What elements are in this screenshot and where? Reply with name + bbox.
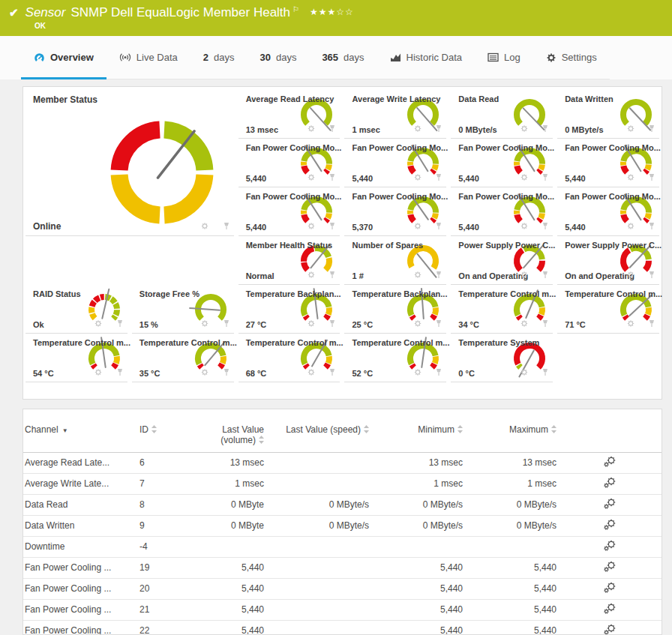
pin-icon[interactable] bbox=[648, 271, 656, 279]
edit-channel-gears-icon[interactable] bbox=[603, 456, 616, 468]
gear-icon[interactable] bbox=[627, 319, 645, 328]
edit-channel-gears-icon[interactable] bbox=[603, 519, 616, 531]
gauge-cell-average-write-latency[interactable]: Average Write Latency 1 msec bbox=[344, 90, 446, 139]
gauge-cell-temperature-control-m[interactable]: Temperature Control m... 71 °C bbox=[557, 285, 659, 334]
channel-name-cell[interactable]: Fan Power Cooling ... bbox=[23, 578, 138, 599]
sort-icon[interactable] bbox=[364, 425, 369, 436]
pin-icon[interactable] bbox=[116, 368, 124, 376]
pin-icon[interactable] bbox=[328, 124, 336, 133]
row-actions-cell[interactable] bbox=[558, 557, 662, 578]
edit-channel-gears-icon[interactable] bbox=[603, 624, 616, 635]
pin-icon[interactable] bbox=[648, 173, 656, 181]
pin-icon[interactable] bbox=[435, 319, 442, 328]
gear-icon[interactable] bbox=[308, 368, 326, 376]
gauge-cell-temperature-control-m[interactable]: Temperature Control m... 34 °C bbox=[451, 285, 553, 334]
channel-name-cell[interactable]: Data Read bbox=[23, 494, 138, 515]
column-header-maximum[interactable]: Maximum bbox=[464, 417, 558, 452]
gauge-cell-temperature-backplan[interactable]: Temperature Backplan... 25 °C bbox=[344, 285, 446, 334]
sort-icon[interactable] bbox=[458, 425, 463, 436]
gauge-cell-temperature-control-m[interactable]: Temperature Control m... 54 °C bbox=[26, 334, 128, 382]
gauge-cell-temperature-control-m[interactable]: Temperature Control m... 52 °C bbox=[344, 334, 446, 382]
gauge-cell-temperature-control-m[interactable]: Temperature Control m... 68 °C bbox=[238, 334, 340, 382]
gauge-cell-fan-power-cooling-mo[interactable]: Fan Power Cooling Mo... 5,440 bbox=[238, 139, 340, 187]
channel-name-cell[interactable]: Fan Power Cooling ... bbox=[23, 557, 138, 578]
gauge-cell-power-supply-power-c[interactable]: Power Supply Power C... On and Operating bbox=[451, 236, 553, 285]
sort-desc-icon[interactable]: ▼ bbox=[62, 427, 68, 434]
gear-icon[interactable] bbox=[308, 319, 326, 328]
gear-icon[interactable] bbox=[414, 319, 432, 328]
channel-name-cell[interactable]: Fan Power Cooling ... bbox=[23, 620, 138, 635]
row-actions-cell[interactable] bbox=[558, 494, 662, 515]
gear-icon[interactable] bbox=[414, 173, 432, 181]
gauge-cell-data-written[interactable]: Data Written 0 MByte/s bbox=[557, 90, 659, 139]
sort-icon[interactable] bbox=[551, 425, 556, 436]
pin-icon[interactable] bbox=[542, 368, 549, 376]
row-actions-cell[interactable] bbox=[558, 536, 662, 557]
gear-icon[interactable] bbox=[520, 319, 538, 328]
gauge-cell-fan-power-cooling-mo[interactable]: Fan Power Cooling Mo... 5,440 bbox=[451, 187, 553, 236]
gear-icon[interactable] bbox=[627, 222, 645, 230]
gear-icon[interactable] bbox=[201, 222, 219, 230]
tab-days[interactable]: 2days bbox=[190, 36, 248, 79]
pin-icon[interactable] bbox=[435, 222, 442, 230]
gear-icon[interactable] bbox=[520, 173, 538, 181]
gear-icon[interactable] bbox=[414, 124, 432, 133]
pin-icon[interactable] bbox=[223, 368, 230, 376]
pin-icon[interactable] bbox=[435, 271, 442, 279]
gear-icon[interactable] bbox=[627, 124, 645, 133]
row-actions-cell[interactable] bbox=[558, 578, 662, 599]
gear-icon[interactable] bbox=[520, 271, 538, 279]
pin-icon[interactable] bbox=[648, 319, 656, 328]
gear-icon[interactable] bbox=[520, 222, 538, 230]
gauge-cell-data-read[interactable]: Data Read 0 MByte/s bbox=[451, 90, 553, 139]
gauge-cell-raid-status[interactable]: RAID Status Ok bbox=[26, 285, 128, 334]
gauge-cell-fan-power-cooling-mo[interactable]: Fan Power Cooling Mo... 5,440 bbox=[344, 139, 446, 187]
gauge-cell-average-read-latency[interactable]: Average Read Latency 13 msec bbox=[238, 90, 340, 139]
pin-icon[interactable] bbox=[223, 222, 230, 230]
tab-overview[interactable]: Overview bbox=[21, 36, 106, 79]
edit-channel-gears-icon[interactable] bbox=[603, 477, 616, 489]
pin-icon[interactable] bbox=[435, 173, 442, 181]
channel-name-cell[interactable]: Average Write Late... bbox=[23, 473, 138, 494]
pin-icon[interactable] bbox=[542, 271, 549, 279]
edit-channel-gears-icon[interactable] bbox=[603, 582, 616, 594]
gear-icon[interactable] bbox=[414, 368, 432, 376]
pin-icon[interactable] bbox=[328, 173, 336, 181]
pin-icon[interactable] bbox=[648, 222, 656, 230]
gauge-cell-fan-power-cooling-mo[interactable]: Fan Power Cooling Mo... 5,370 bbox=[344, 187, 446, 236]
gauge-cell-temperature-control-m[interactable]: Temperature Control m... 35 °C bbox=[132, 334, 234, 382]
tab-historic-data[interactable]: Historic Data bbox=[377, 36, 475, 79]
edit-channel-gears-icon[interactable] bbox=[603, 561, 616, 573]
column-header-last-value-speed[interactable]: Last Value (speed) bbox=[266, 417, 370, 452]
edit-channel-gears-icon[interactable] bbox=[603, 603, 616, 615]
row-actions-cell[interactable] bbox=[558, 620, 662, 635]
gear-icon[interactable] bbox=[308, 124, 326, 133]
pin-icon[interactable] bbox=[116, 319, 124, 328]
gauge-cell-power-supply-power-c[interactable]: Power Supply Power C... On and Operating bbox=[557, 236, 659, 285]
gear-icon[interactable] bbox=[94, 319, 112, 328]
pin-icon[interactable] bbox=[435, 368, 442, 376]
pin-icon[interactable] bbox=[328, 368, 336, 376]
gauge-cell-temperature-system[interactable]: Temperature System 0 °C bbox=[451, 334, 553, 382]
column-header-minimum[interactable]: Minimum bbox=[370, 417, 464, 452]
gauge-cell-fan-power-cooling-mo[interactable]: Fan Power Cooling Mo... 5,440 bbox=[557, 139, 659, 187]
pin-icon[interactable] bbox=[648, 124, 656, 133]
row-actions-cell[interactable] bbox=[558, 599, 662, 620]
column-header-last-value[interactable]: Last Value (volume) bbox=[179, 417, 266, 452]
gauge-cell-temperature-backplan[interactable]: Temperature Backplan... 27 °C bbox=[238, 285, 340, 334]
gauge-cell-fan-power-cooling-mo[interactable]: Fan Power Cooling Mo... 5,440 bbox=[451, 139, 553, 187]
pin-icon[interactable] bbox=[542, 173, 549, 181]
pin-icon[interactable] bbox=[542, 222, 549, 230]
gauge-cell-fan-power-cooling-mo[interactable]: Fan Power Cooling Mo... 5,440 bbox=[238, 187, 340, 236]
row-actions-cell[interactable] bbox=[558, 452, 662, 473]
row-actions-cell[interactable] bbox=[558, 473, 662, 494]
gauge-cell-member-status[interactable]: Member Status Online bbox=[26, 90, 234, 236]
pin-icon[interactable] bbox=[223, 319, 230, 328]
tab-settings[interactable]: Settings bbox=[533, 36, 610, 79]
gear-icon[interactable] bbox=[201, 368, 219, 376]
tab-log[interactable]: Log bbox=[475, 36, 533, 79]
channel-name-cell[interactable]: Data Written bbox=[23, 515, 138, 536]
flag-icon[interactable]: ⚐ bbox=[292, 5, 299, 13]
gear-icon[interactable] bbox=[627, 173, 645, 181]
gear-icon[interactable] bbox=[627, 271, 645, 279]
